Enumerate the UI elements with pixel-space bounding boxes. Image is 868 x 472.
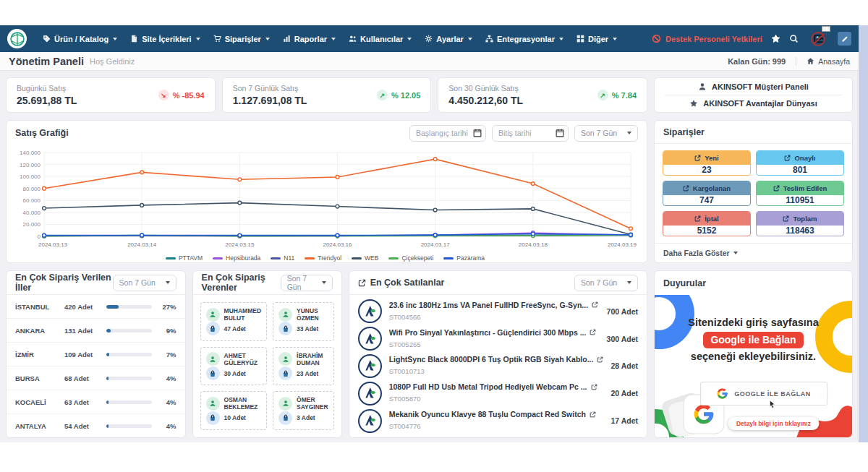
svg-text:80.000: 80.000 (23, 186, 41, 192)
language-flag-button[interactable] (812, 33, 827, 46)
product-link[interactable]: LightSync Black 8000DPI 6 Tuş Optik RGB … (389, 355, 604, 364)
broken-image-alt-box (822, 26, 830, 32)
star-icon (689, 99, 698, 108)
page-scrollbar[interactable] (859, 25, 868, 442)
legend-item[interactable]: PTTAVM (166, 254, 203, 262)
bottom-row: En Çok Sipariş Verilen İller Son 7 Gün İ… (6, 270, 647, 438)
users-icon (349, 35, 357, 43)
top-sellers-card: En Çok Satılanlar Son 7 Gün 23.6 inc 180… (349, 270, 647, 438)
orders-box-delivered[interactable]: Teslim Edilen110951 (756, 181, 844, 206)
customers-range-select[interactable]: Son 7 Gün (281, 275, 333, 291)
trend-up-icon: ↗ (597, 90, 608, 100)
cursor-icon (767, 400, 777, 410)
city-row: BURSA68 Adet4% (7, 366, 185, 390)
product-link[interactable]: 1080P Full HD Usb Metal Tripod Hediyeli … (389, 382, 604, 391)
menu-item-diger[interactable]: Diğer (571, 25, 623, 52)
city-bar (106, 424, 152, 428)
sellers-range-select[interactable]: Son 7 Gün (574, 275, 638, 291)
menu-item-ayarlar[interactable]: Ayarlar (419, 25, 478, 52)
orders-box-cancelled[interactable]: İptal5152 (663, 211, 751, 236)
show-more-link[interactable]: Daha Fazla Göster (655, 243, 852, 262)
sitemap-icon (485, 35, 493, 43)
akinsoft-product-logo (358, 382, 382, 406)
bag-icon (278, 322, 292, 335)
svg-text:0: 0 (38, 233, 41, 240)
ban-overlay-icon (811, 32, 825, 46)
cities-range-select[interactable]: Son 7 Gün (113, 275, 176, 291)
menu-item-urun-katalog[interactable]: Ürün / Katalog (37, 25, 123, 52)
support-permissions-link[interactable]: Destek Personeli Yetkileri (652, 34, 762, 43)
svg-text:2024.03.13: 2024.03.13 (38, 241, 68, 248)
svg-text:40.000: 40.000 (23, 210, 41, 216)
chevron-down-icon (265, 38, 270, 40)
orders-box-new[interactable]: Yeni23 (663, 150, 751, 176)
chevron-down-icon (627, 132, 631, 134)
external-link-icon (773, 185, 780, 192)
legend-item[interactable]: WEB (352, 254, 378, 262)
legend-item[interactable]: Hepsiburada (213, 254, 260, 262)
globe-logo-icon (9, 31, 25, 47)
city-bar (106, 377, 152, 380)
menu-item-raporlar[interactable]: Raporlar (277, 25, 341, 52)
breadcrumb-home-link[interactable]: Anasayfa (796, 57, 850, 66)
chevron-down-icon (331, 38, 336, 40)
person-icon (206, 397, 220, 411)
product-count: 300 Adet (607, 335, 638, 343)
details-info-link[interactable]: Detaylı bilgi için tıklayınız (728, 417, 820, 430)
support-label: Destek Personeli Yetkileri (665, 35, 762, 43)
menu-item-site-icerikleri[interactable]: Site İçerikleri (124, 25, 206, 52)
legend-item[interactable]: Çiçeksepeti (388, 254, 433, 262)
orders-box-approved[interactable]: Onaylı801 (756, 150, 844, 176)
orders-box-shipped[interactable]: Kargolanan747 (663, 181, 751, 206)
chevron-down-icon (559, 38, 563, 40)
chevron-down-icon (322, 281, 326, 284)
menu-item-kullanicilar[interactable]: Kullanıcılar (343, 25, 417, 52)
orders-box-total[interactable]: Toplam118463 (756, 211, 844, 236)
stat-card-today-sales: Bugünkü Satış 25.691,88 TL ↘% -85.94 (6, 77, 216, 113)
product-count: 20 Adet (610, 389, 638, 398)
announcements-card: Duyurular (654, 270, 853, 438)
customer-card: MUHAMMED BULUT 47 Adet (200, 302, 267, 341)
customer-card: AHMET GÜLERYÜZ 30 Adet (200, 347, 267, 386)
search-button[interactable] (789, 34, 799, 43)
edit-mode-button[interactable] (838, 32, 851, 46)
legend-item[interactable]: Trendyol (305, 254, 341, 262)
product-link[interactable]: Wifi Pro Sinyal Yakınlaştırıcı - Güçlend… (389, 328, 600, 337)
city-row: ANKARA131 Adet9% (7, 319, 185, 343)
menu-item-entegrasyonlar[interactable]: Entegrasyonlar (480, 25, 569, 52)
remaining-days-label: Kalan Gün: 999 (728, 57, 796, 66)
dashboard-page: Ürün / Katalog Site İçerikleri Siparişle… (0, 0, 868, 472)
product-link[interactable]: Mekanik Oyuncu Klavye 88 Tuşlu Compact R… (389, 410, 604, 419)
menu-label: Diğer (588, 35, 608, 43)
brand-logo[interactable] (7, 29, 27, 48)
external-link-icon (590, 411, 596, 418)
stat-label: Son 7 Günlük Satış (233, 84, 307, 93)
legend-item[interactable]: Pazarama (443, 254, 485, 262)
product-count: 17 Adet (610, 416, 638, 425)
favorites-star-button[interactable] (771, 34, 780, 43)
start-date-field (409, 125, 486, 142)
star-icon (771, 34, 780, 43)
svg-text:2024.03.15: 2024.03.15 (225, 241, 255, 248)
svg-text:2024.03.18: 2024.03.18 (519, 241, 548, 248)
advantages-link[interactable]: AKINSOFT Avantajlar Dünyası (665, 95, 842, 111)
product-link[interactable]: 23.6 inc 180Hz 1ms VA Panel FullHD FreeS… (389, 301, 600, 309)
home-icon (807, 57, 814, 65)
svg-text:60.000: 60.000 (23, 197, 41, 204)
cities-title: En Çok Sipariş Verilen İller (15, 273, 113, 293)
main-menu: Ürün / Katalog Site İçerikleri Siparişle… (37, 25, 623, 52)
google-login-button[interactable]: GOOGLE İLE BAĞLAN (700, 382, 827, 406)
bag-icon (206, 322, 220, 335)
menu-label: Site İçerikleri (142, 35, 192, 43)
google-login-banner[interactable]: Sitenizdeki giriş sayfasına Google ile B… (655, 295, 852, 437)
legend-item[interactable]: N11 (271, 254, 294, 262)
customer-panel-link[interactable]: AKINSOFT Müşteri Paneli (665, 79, 842, 95)
stat-card-7day-sales: Son 7 Günlük Satış 1.127.691,08 TL ↗% 12… (222, 77, 432, 113)
sales-line-chart: 020.00040.00060.00080.000100.000120.0001… (9, 147, 638, 251)
trend-up-icon: ↗ (377, 90, 388, 100)
menu-item-siparisler[interactable]: Siparişler (208, 25, 276, 52)
stat-card-30day-sales: Son 30 Günlük Satış 4.450.212,60 TL ↗% 7… (438, 77, 647, 113)
bag-icon (206, 366, 220, 380)
pencil-icon (841, 35, 848, 43)
chart-range-select[interactable]: Son 7 Gün (574, 125, 638, 142)
